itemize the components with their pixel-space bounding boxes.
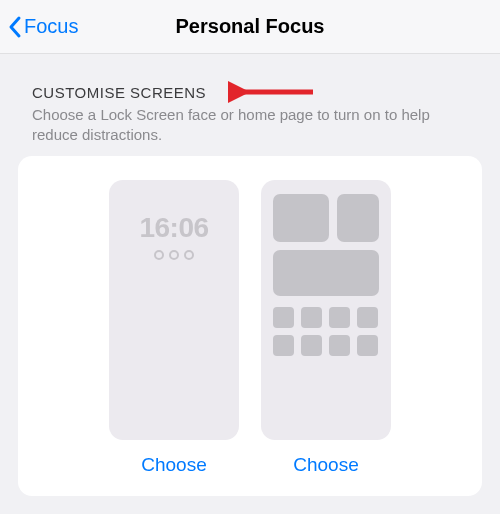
widget-placeholder [273,194,329,242]
content-area: CUSTOMISE SCREENS Choose a Lock Screen f… [0,54,500,496]
app-rows [273,307,379,356]
widget-placeholder [337,194,379,242]
back-button[interactable]: Focus [0,15,78,39]
choose-homescreen-button[interactable]: Choose [293,454,359,476]
app-icon-placeholder [329,307,350,328]
widget-row [273,250,379,296]
app-icon-placeholder [301,307,322,328]
choose-lockscreen-button[interactable]: Choose [141,454,207,476]
app-icon-placeholder [273,307,294,328]
app-icon-placeholder [301,335,322,356]
back-label: Focus [24,15,78,38]
app-row [273,307,379,328]
dot-icon [154,250,164,260]
dot-icon [184,250,194,260]
lockscreen-dots [154,250,194,260]
app-icon-placeholder [329,335,350,356]
app-icon-placeholder [273,335,294,356]
homescreen-column: Choose [261,180,391,476]
lockscreen-column: 16:06 Choose [109,180,239,476]
lockscreen-preview[interactable]: 16:06 [109,180,239,440]
lockscreen-time: 16:06 [139,212,208,244]
nav-header: Focus Personal Focus [0,0,500,54]
section-description: Choose a Lock Screen face or home page t… [18,105,482,144]
screens-panel: 16:06 Choose [18,156,482,496]
widget-row [273,194,379,242]
app-icon-placeholder [357,335,378,356]
app-row [273,335,379,356]
dot-icon [169,250,179,260]
app-icon-placeholder [357,307,378,328]
widget-placeholder [273,250,379,296]
homescreen-preview[interactable] [261,180,391,440]
chevron-left-icon [8,15,22,39]
section-header: CUSTOMISE SCREENS [18,84,482,101]
